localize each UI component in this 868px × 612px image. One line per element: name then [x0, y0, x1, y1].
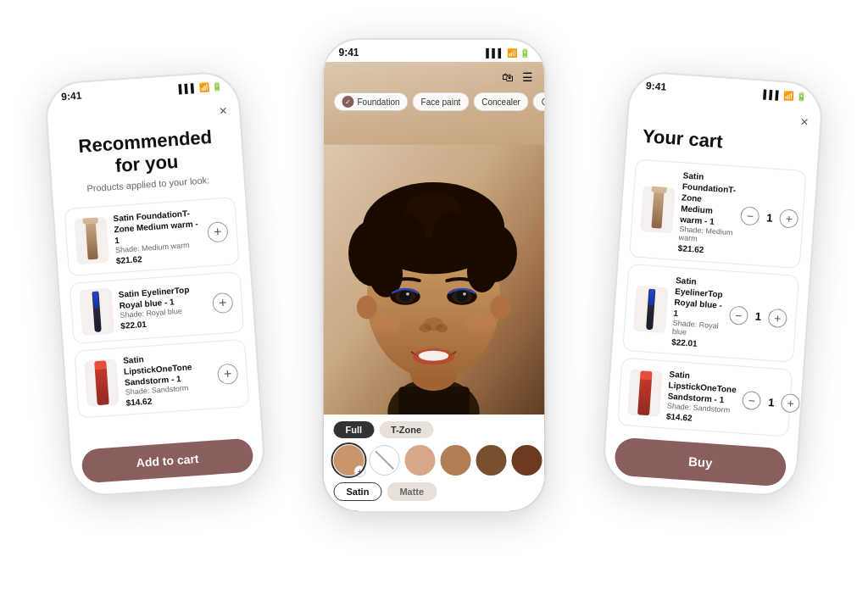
- bag-icon[interactable]: 🛍: [502, 70, 514, 84]
- phone-center: 9:41 ▌▌▌ 📶 🔋 🛍 ☰ ✓ Foundation: [322, 38, 547, 513]
- phones-container: 9:41 ▌▌▌ 📶 🔋 × Recommendedfor you Produc…: [0, 0, 868, 612]
- wifi-icon-c: 📶: [507, 48, 517, 58]
- category-tab-facepaint[interactable]: Face paint: [413, 92, 470, 111]
- cart-lipstick-wrap: [637, 377, 652, 415]
- qty-control-3: − 1 +: [742, 391, 800, 414]
- status-icons-center: ▌▌▌ 📶 🔋: [486, 48, 529, 58]
- right-phone-content: 9:41 ▌▌▌ 📶 🔋 × Your cart Satin Founda: [603, 72, 822, 497]
- cart-card-2: Satin EyelinerTop Royal blue - 1 Shade: …: [622, 264, 799, 363]
- close-button-right[interactable]: ×: [800, 114, 810, 131]
- shade-swatch-3[interactable]: [441, 445, 471, 476]
- shade-swatch-1[interactable]: +: [334, 445, 364, 476]
- cart-card-1: Satin FoundationT-Zone Medium warm - 1 S…: [629, 159, 807, 269]
- coverage-tzone[interactable]: T-Zone: [379, 421, 433, 438]
- signal-icon-r: ▌▌▌: [763, 89, 782, 99]
- product-info-1: Satin FoundationT-Zone Medium warm - 1 S…: [113, 207, 203, 265]
- qty-num-3: 1: [765, 395, 776, 409]
- lipstick-container: [95, 367, 109, 405]
- buy-button[interactable]: Buy: [614, 437, 787, 487]
- cart-title: Your cart: [642, 125, 804, 159]
- cart-price-1: $21.62: [677, 243, 732, 256]
- svg-point-27: [420, 324, 431, 332]
- cart-card-3: Satin LipstickOneTone Sandstorm - 1 Shad…: [617, 358, 793, 437]
- top-icons: 🛍 ☰: [502, 70, 533, 84]
- cart-img-2: [633, 285, 669, 333]
- qty-plus-2[interactable]: +: [768, 308, 787, 327]
- cart-lipstick-icon: [637, 377, 652, 415]
- product-img-1: [74, 217, 109, 265]
- coverage-tabs: Full T-Zone: [334, 421, 535, 438]
- lipstick-icon-3: [95, 367, 109, 405]
- eyeliner-icon-2: [92, 291, 101, 331]
- cart-shade-2: Shade: Royal blue: [672, 319, 722, 339]
- svg-point-24: [456, 290, 468, 302]
- tab-label-contour: Contou…: [542, 97, 545, 107]
- cart-eyeliner-wrap: [646, 288, 655, 329]
- shade-swatch-5[interactable]: [512, 445, 542, 476]
- no-shade-button[interactable]: [370, 445, 400, 476]
- phone-right: 9:41 ▌▌▌ 📶 🔋 × Your cart Satin Founda: [601, 70, 825, 498]
- product-list-left: Satin FoundationT-Zone Medium warm - 1 S…: [53, 191, 261, 442]
- qty-control-1: − 1 +: [740, 206, 798, 229]
- qty-control-2: − 1 +: [729, 305, 787, 328]
- cart-img-1: [640, 186, 676, 234]
- foundation-icon-1: [86, 222, 98, 260]
- qty-minus-3[interactable]: −: [742, 391, 761, 410]
- svg-point-13: [433, 211, 473, 258]
- finish-satin[interactable]: Satin: [334, 482, 382, 501]
- shade-swatch-2[interactable]: [405, 445, 436, 476]
- bottom-controls: Full T-Zone + Satin Matte: [324, 414, 545, 511]
- add-button-2[interactable]: +: [212, 292, 234, 314]
- signal-icon: ▌▌▌: [178, 83, 197, 93]
- status-icons-left: ▌▌▌ 📶 🔋: [178, 81, 222, 93]
- status-icons-right: ▌▌▌ 📶 🔋: [763, 89, 807, 102]
- tab-label-facepaint: Face paint: [421, 97, 461, 107]
- svg-point-32: [466, 314, 496, 335]
- qty-plus-1[interactable]: +: [779, 209, 798, 228]
- wifi-icon-r: 📶: [783, 91, 794, 101]
- finish-tabs: Satin Matte: [334, 482, 535, 501]
- recommended-title: Recommendedfor you: [64, 125, 228, 181]
- qty-minus-2[interactable]: −: [729, 305, 748, 325]
- svg-point-31: [371, 314, 401, 335]
- menu-icon[interactable]: ☰: [522, 70, 533, 84]
- svg-point-20: [399, 290, 411, 302]
- time-right: 9:41: [646, 80, 667, 93]
- face-svg: [324, 142, 545, 431]
- add-button-1[interactable]: +: [207, 221, 229, 243]
- finish-matte[interactable]: Matte: [387, 482, 437, 501]
- eyeliner-container: [92, 291, 101, 331]
- svg-point-16: [357, 296, 377, 320]
- category-tab-concealer[interactable]: Concealer: [473, 92, 529, 111]
- category-tab-contour[interactable]: Contou…: [533, 92, 545, 111]
- cart-name-3: Satin LipstickOneTone Sandstorm - 1: [667, 369, 737, 407]
- center-top-bar: 🛍 ☰: [324, 67, 545, 87]
- cart-shade-1: Shade: Medium warm: [678, 225, 733, 245]
- qty-plus-3[interactable]: +: [781, 393, 800, 413]
- coverage-full[interactable]: Full: [334, 421, 375, 438]
- product-card-3: Satin LipstickOneTone Sandstorm - 1 Shad…: [74, 339, 249, 419]
- svg-point-17: [490, 296, 510, 320]
- cart-img-3: [627, 369, 663, 417]
- battery-icon-r: 🔋: [796, 92, 807, 102]
- cart-foundation-icon: [651, 191, 664, 229]
- category-tab-foundation[interactable]: ✓ Foundation: [334, 92, 409, 111]
- battery-icon: 🔋: [212, 81, 223, 91]
- time-center: 9:41: [339, 47, 359, 58]
- category-tabs: ✓ Foundation Face paint Concealer Contou…: [324, 87, 545, 116]
- product-img-3: [84, 359, 120, 407]
- svg-point-12: [388, 214, 425, 258]
- shade-swatch-4[interactable]: [476, 445, 507, 476]
- qty-minus-1[interactable]: −: [740, 206, 760, 225]
- svg-point-30: [419, 351, 448, 361]
- add-button-3[interactable]: +: [217, 363, 239, 385]
- cart-eyeliner-icon: [646, 288, 655, 329]
- add-to-cart-button[interactable]: Add to cart: [81, 437, 253, 483]
- close-button-left[interactable]: ×: [219, 103, 228, 120]
- product-info-3: Satin LipstickOneTone Sandstorm - 1 Shad…: [123, 349, 213, 408]
- product-img-2: [79, 287, 114, 336]
- cart-info-3: Satin LipstickOneTone Sandstorm - 1 Shad…: [666, 369, 738, 426]
- cart-name-2: Satin EyelinerTop Royal blue - 1: [673, 275, 725, 322]
- qty-num-1: 1: [764, 211, 775, 225]
- svg-point-25: [463, 292, 466, 296]
